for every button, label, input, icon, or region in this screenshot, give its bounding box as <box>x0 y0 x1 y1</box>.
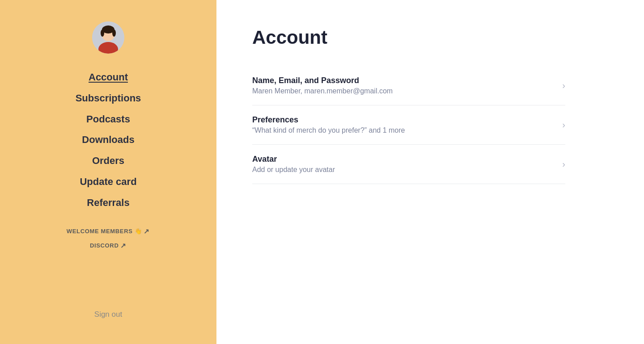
section-list: Name, Email, and Password Maren Member, … <box>252 66 565 184</box>
section-sublabel-name-email-password: Maren Member, maren.member@gmail.com <box>252 87 555 95</box>
sidebar-item-podcasts[interactable]: Podcasts <box>79 110 137 129</box>
section-label-avatar: Avatar <box>252 155 555 164</box>
sidebar-item-discord[interactable]: DISCORD ↗ <box>83 239 134 252</box>
sidebar: Account Subscriptions Podcasts Downloads… <box>0 0 216 344</box>
sidebar-item-welcome-members[interactable]: WELCOME MEMBERS 👋 ↗ <box>59 225 157 238</box>
chevron-right-icon: › <box>562 80 565 91</box>
sidebar-item-account[interactable]: Account <box>81 68 135 87</box>
sign-out-button[interactable]: Sign out <box>87 303 129 326</box>
section-sublabel-preferences: “What kind of merch do you prefer?” and … <box>252 126 555 134</box>
sidebar-item-referrals[interactable]: Referrals <box>80 193 136 213</box>
section-sublabel-avatar: Add or update your avatar <box>252 166 555 174</box>
sidebar-item-orders[interactable]: Orders <box>85 151 131 171</box>
external-link-icon: ↗ <box>144 227 150 235</box>
svg-point-5 <box>112 29 116 37</box>
nav-list: Account Subscriptions Podcasts Downloads… <box>0 68 216 252</box>
section-label-preferences: Preferences <box>252 115 555 125</box>
external-link-icon: ↗ <box>120 242 127 250</box>
section-item-name-email-password[interactable]: Name, Email, and Password Maren Member, … <box>252 66 565 105</box>
chevron-right-icon: › <box>562 159 565 169</box>
main-content: Account Name, Email, and Password Maren … <box>216 0 644 344</box>
page-title: Account <box>252 27 608 48</box>
section-item-avatar[interactable]: Avatar Add or update your avatar › <box>252 145 565 184</box>
avatar <box>92 21 124 54</box>
sidebar-item-update-card[interactable]: Update card <box>72 172 144 192</box>
section-item-preferences[interactable]: Preferences “What kind of merch do you p… <box>252 105 565 145</box>
sidebar-item-subscriptions[interactable]: Subscriptions <box>68 89 148 108</box>
section-label-name-email-password: Name, Email, and Password <box>252 76 555 85</box>
sidebar-item-downloads[interactable]: Downloads <box>75 130 141 150</box>
svg-point-4 <box>101 29 104 37</box>
chevron-right-icon: › <box>562 120 565 130</box>
